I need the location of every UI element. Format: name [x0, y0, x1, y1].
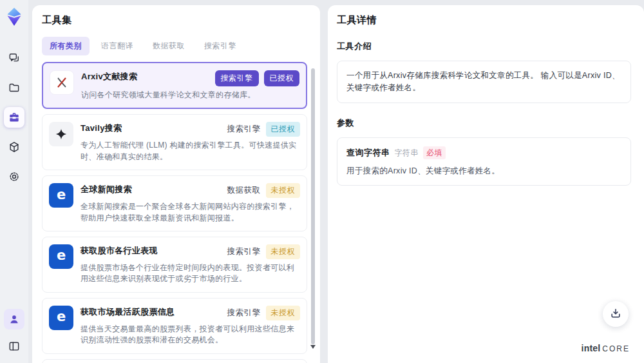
tool-name: 获取股市各行业表现 [80, 244, 158, 257]
tab-category-2[interactable]: 数据获取 [145, 37, 193, 55]
tool-card-4[interactable]: e获取市场最活跃股票信息搜索引擎未授权提供当天交易量最高的股票列表，投资者可以利… [42, 298, 307, 354]
sidebar-item-settings[interactable] [4, 166, 24, 187]
param-required-badge: 必填 [423, 146, 446, 159]
arxiv-logo-icon [50, 70, 74, 95]
tool-badges: 搜索引擎未授权 [227, 244, 301, 259]
tool-category-label: 搜索引擎 [227, 246, 261, 257]
tool-category-label: 搜索引擎 [215, 70, 259, 86]
category-tabs: 所有类别语言翻译数据获取搜索引擎 [42, 37, 307, 55]
chat-icon [8, 52, 21, 64]
tab-category-1[interactable]: 语言翻译 [93, 37, 141, 55]
tavily-logo-icon [49, 122, 73, 146]
tool-category-label: 搜索引擎 [227, 308, 261, 319]
tool-intro-text: 一个用于从Arxiv存储库搜索科学论文和文章的工具。 输入可以是Arxiv ID… [337, 61, 631, 103]
globalnews-logo-icon: e [49, 183, 73, 208]
tool-card-5[interactable]: 万维地区新闻查询搜索引擎未授权查询具体行政区划内的新闻，快速了解各地新闻动态 [42, 359, 307, 363]
tool-details-title: 工具详情 [337, 14, 631, 26]
main-content: 工具集 所有类别语言翻译数据获取搜索引擎 Arxiv文献搜索搜索引擎已授权访问各… [28, 0, 644, 363]
param-name: 查询字符串 [346, 146, 390, 159]
params-heading: 参数 [337, 117, 631, 129]
user-icon [8, 313, 21, 326]
sidebar-item-panel[interactable] [4, 336, 24, 357]
toolbox-icon [8, 111, 21, 124]
tool-status-badge: 未授权 [266, 244, 301, 259]
tab-category-0[interactable]: 所有类别 [42, 37, 90, 55]
tool-name: 全球新闻搜索 [80, 183, 132, 195]
sidebar-item-toolset[interactable] [4, 107, 24, 128]
tool-description: 提供股票市场各个行业在特定时间段内的表现。投资者可以利用这些信息来识别表现优于或… [80, 262, 300, 285]
param-card: 查询字符串 字符串 必填 用于搜索的Arxiv ID、关键字或作者姓名。 [337, 137, 631, 186]
scrollbar-thumb[interactable] [311, 68, 315, 344]
tool-badges: 搜索引擎已授权 [215, 70, 300, 86]
scrollbar[interactable] [311, 67, 315, 360]
tab-category-3[interactable]: 搜索引擎 [196, 37, 244, 55]
tool-name: Tavily搜索 [80, 122, 122, 134]
tool-status-badge: 已授权 [266, 122, 301, 137]
tool-badges: 数据获取未授权 [227, 183, 301, 198]
panel-toggle-icon [8, 340, 21, 353]
sidebar [0, 0, 28, 363]
stock-logo-icon: e [49, 244, 73, 269]
tool-description: 提供当天交易量最高的股票列表，投资者可以利用这些信息来识别流动性强的股票和潜在的… [80, 324, 300, 346]
tool-name: Arxiv文献搜索 [81, 70, 137, 83]
cube-icon [8, 141, 21, 153]
stock-logo-icon: e [49, 306, 73, 330]
sidebar-item-models[interactable] [4, 137, 24, 157]
param-type: 字符串 [395, 147, 419, 159]
core-product-text: core [602, 344, 630, 353]
toolset-panel: 工具集 所有类别语言翻译数据获取搜索引擎 Arxiv文献搜索搜索引擎已授权访问各… [32, 5, 320, 363]
tool-description: 专为人工智能代理 (LLM) 构建的搜索引擎工具。可快速提供实时、准确和真实的结… [80, 140, 300, 162]
app-window: 工具集 所有类别语言翻译数据获取搜索引擎 Arxiv文献搜索搜索引擎已授权访问各… [0, 0, 644, 363]
toolset-title: 工具集 [42, 14, 307, 26]
tool-card-3[interactable]: e获取股市各行业表现搜索引擎未授权提供股票市场各个行业在特定时间段内的表现。投资… [42, 237, 307, 293]
tool-status-badge: 未授权 [266, 183, 301, 198]
tool-card-0[interactable]: Arxiv文献搜索搜索引擎已授权访问各个研究领域大量科学论文和文章的存储库。 [42, 62, 307, 109]
sidebar-item-profile[interactable] [4, 309, 24, 329]
tool-badges: 搜索引擎已授权 [227, 122, 301, 137]
tool-status-badge: 未授权 [266, 306, 301, 320]
tool-details-panel: 工具详情 工具介绍 一个用于从Arxiv存储库搜索科学论文和文章的工具。 输入可… [328, 5, 644, 363]
gear-icon [8, 170, 21, 183]
intel-core-logo: intel core [582, 343, 630, 353]
param-header: 查询字符串 字符串 必填 [346, 146, 621, 159]
param-description: 用于搜索的Arxiv ID、关键字或作者姓名。 [346, 165, 621, 177]
tool-badges: 搜索引擎未授权 [227, 306, 301, 320]
tool-status-badge: 已授权 [264, 70, 300, 86]
sidebar-item-chat[interactable] [4, 48, 24, 68]
folder-icon [8, 81, 21, 94]
tool-description: 访问各个研究领域大量科学论文和文章的存储库。 [81, 90, 299, 101]
tool-name: 获取市场最活跃股票信息 [80, 306, 175, 318]
tool-card-1[interactable]: Tavily搜索搜索引擎已授权专为人工智能代理 (LLM) 构建的搜索引擎工具。… [42, 114, 307, 170]
tool-intro-heading: 工具介绍 [337, 41, 631, 52]
tool-card-2[interactable]: e全球新闻搜索数据获取未授权全球新闻搜索是一个聚合全球各大新闻网站内容的搜索引擎… [42, 175, 307, 231]
tool-description: 全球新闻搜索是一个聚合全球各大新闻网站内容的搜索引擎，帮助用户快速获取全球最新资… [80, 201, 300, 224]
tool-list: Arxiv文献搜索搜索引擎已授权访问各个研究领域大量科学论文和文章的存储库。Ta… [42, 62, 307, 363]
scrollbar-down-caret[interactable] [310, 345, 316, 349]
sidebar-item-files[interactable] [4, 77, 24, 98]
tool-category-label: 数据获取 [227, 185, 261, 196]
intel-brand-text: intel [582, 343, 601, 353]
app-logo-icon [5, 5, 24, 28]
download-button[interactable] [603, 301, 629, 327]
download-icon [609, 307, 622, 322]
tool-category-label: 搜索引擎 [227, 124, 261, 135]
